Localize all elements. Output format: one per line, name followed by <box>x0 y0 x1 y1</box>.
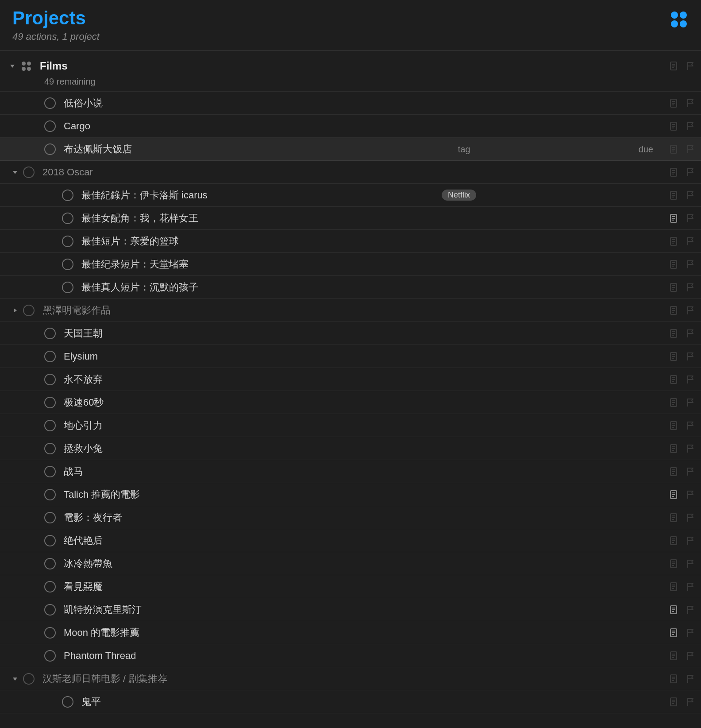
flag-icon[interactable] <box>685 674 696 684</box>
task-row[interactable]: 拯救小兔 <box>0 437 701 460</box>
note-icon[interactable] <box>668 627 679 638</box>
status-circle[interactable] <box>23 305 35 316</box>
task-row[interactable]: 地心引力 <box>0 414 701 437</box>
task-row[interactable]: 2018 Oscar <box>0 161 701 184</box>
status-circle[interactable] <box>62 213 73 224</box>
task-row[interactable]: 布达佩斯大饭店tagdue <box>0 138 701 161</box>
view-options-icon[interactable] <box>671 12 689 29</box>
note-icon[interactable] <box>668 98 679 108</box>
task-row[interactable]: 低俗小说 <box>0 92 701 115</box>
status-circle[interactable] <box>44 466 56 477</box>
note-icon[interactable] <box>668 674 679 684</box>
flag-icon[interactable] <box>685 420 696 431</box>
note-icon[interactable] <box>668 236 679 247</box>
note-icon[interactable] <box>668 558 679 569</box>
status-circle[interactable] <box>44 374 56 385</box>
note-icon[interactable] <box>668 121 679 132</box>
note-icon[interactable] <box>668 604 679 615</box>
status-circle[interactable] <box>44 397 56 408</box>
tag-pill[interactable]: Netflix <box>442 190 476 201</box>
task-row[interactable]: 冰冷熱帶魚 <box>0 552 701 575</box>
task-row[interactable]: 最佳紀錄片：伊卡洛斯 icarusNetflix <box>0 184 701 207</box>
task-row[interactable]: 凱特扮演克里斯汀 <box>0 598 701 621</box>
task-row[interactable]: Moon 的電影推薦 <box>0 621 701 644</box>
status-circle[interactable] <box>62 696 73 708</box>
flag-icon[interactable] <box>685 512 696 523</box>
flag-icon[interactable] <box>685 61 696 71</box>
status-circle[interactable] <box>62 236 73 247</box>
flag-icon[interactable] <box>685 282 696 293</box>
status-circle[interactable] <box>62 259 73 270</box>
status-circle[interactable] <box>44 351 56 362</box>
flag-icon[interactable] <box>685 374 696 385</box>
note-icon[interactable] <box>668 167 679 178</box>
note-icon[interactable] <box>668 697 679 707</box>
task-row[interactable]: 看見惡魔 <box>0 575 701 598</box>
flag-icon[interactable] <box>685 328 696 339</box>
status-circle[interactable] <box>44 558 56 569</box>
flag-icon[interactable] <box>685 397 696 408</box>
chevron-right-icon[interactable] <box>7 307 23 314</box>
status-circle[interactable] <box>44 512 56 523</box>
note-icon[interactable] <box>668 535 679 546</box>
task-row[interactable]: 天国王朝 <box>0 322 701 345</box>
note-icon[interactable] <box>668 651 679 661</box>
task-row[interactable]: 鬼平 <box>0 690 701 713</box>
note-icon[interactable] <box>668 305 679 316</box>
flag-icon[interactable] <box>685 443 696 454</box>
note-icon[interactable] <box>668 259 679 270</box>
status-circle[interactable] <box>44 443 56 454</box>
task-row[interactable]: 黑澤明電影作品 <box>0 299 701 322</box>
task-row[interactable]: 极速60秒 <box>0 391 701 414</box>
column-tag-label[interactable]: tag <box>458 144 470 155</box>
status-circle[interactable] <box>44 420 56 431</box>
flag-icon[interactable] <box>685 651 696 661</box>
flag-icon[interactable] <box>685 121 696 132</box>
status-circle[interactable] <box>62 190 73 201</box>
status-circle[interactable] <box>44 535 56 546</box>
flag-icon[interactable] <box>685 558 696 569</box>
note-icon[interactable] <box>668 397 679 408</box>
flag-icon[interactable] <box>685 697 696 707</box>
task-row[interactable]: 绝代艳后 <box>0 529 701 552</box>
status-circle[interactable] <box>44 581 56 592</box>
flag-icon[interactable] <box>685 351 696 362</box>
task-row[interactable]: Cargo <box>0 115 701 138</box>
flag-icon[interactable] <box>685 581 696 592</box>
task-row[interactable]: Talich 推薦的電影 <box>0 483 701 506</box>
status-circle[interactable] <box>23 673 35 685</box>
status-circle[interactable] <box>44 650 56 662</box>
note-icon[interactable] <box>668 144 679 155</box>
status-circle[interactable] <box>44 328 56 339</box>
flag-icon[interactable] <box>685 144 696 155</box>
status-circle[interactable] <box>62 282 73 293</box>
project-row-films[interactable]: Films <box>0 55 701 77</box>
flag-icon[interactable] <box>685 627 696 638</box>
note-icon[interactable] <box>668 512 679 523</box>
flag-icon[interactable] <box>685 604 696 615</box>
flag-icon[interactable] <box>685 167 696 178</box>
note-icon[interactable] <box>668 190 679 201</box>
flag-icon[interactable] <box>685 236 696 247</box>
note-icon[interactable] <box>668 420 679 431</box>
task-row[interactable]: 最佳短片：亲爱的篮球 <box>0 230 701 253</box>
flag-icon[interactable] <box>685 190 696 201</box>
task-row[interactable]: 战马 <box>0 460 701 483</box>
task-row[interactable]: Phantom Thread <box>0 644 701 667</box>
flag-icon[interactable] <box>685 305 696 316</box>
note-icon[interactable] <box>668 282 679 293</box>
flag-icon[interactable] <box>685 259 696 270</box>
flag-icon[interactable] <box>685 535 696 546</box>
disclosure-icon[interactable] <box>4 63 20 69</box>
note-icon[interactable] <box>668 213 679 224</box>
note-icon[interactable] <box>668 328 679 339</box>
column-due-label[interactable]: due <box>639 144 653 155</box>
status-circle[interactable] <box>44 143 56 155</box>
flag-icon[interactable] <box>685 213 696 224</box>
task-row[interactable]: Elysium <box>0 345 701 368</box>
status-circle[interactable] <box>44 604 56 616</box>
flag-icon[interactable] <box>685 489 696 500</box>
note-icon[interactable] <box>668 466 679 477</box>
note-icon[interactable] <box>668 581 679 592</box>
task-row[interactable]: 最佳纪录短片：天堂堵塞 <box>0 253 701 276</box>
